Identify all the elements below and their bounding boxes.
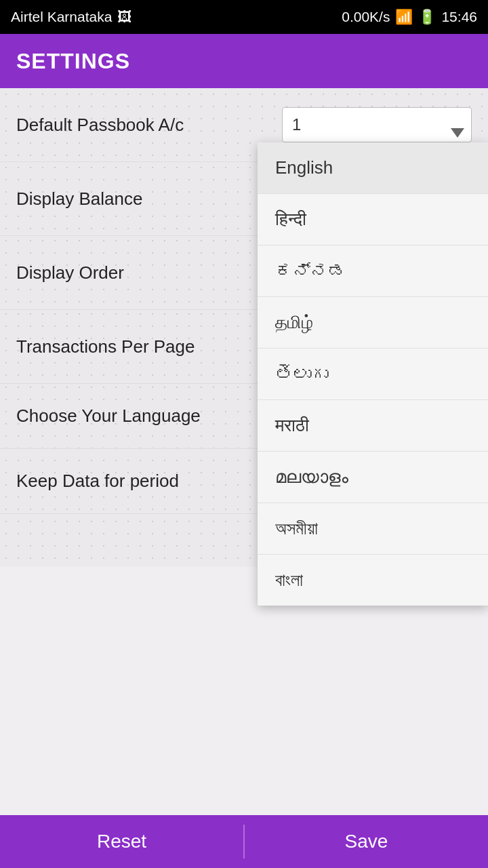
system-icons: 0.00K/s 📶 🔋 15:46 [342, 9, 477, 25]
setting-dropdown-default-passbook[interactable]: 1 [282, 107, 472, 142]
setting-label-default-passbook: Default Passbook A/c [16, 115, 282, 136]
language-option-bengali[interactable]: বাংলা [258, 555, 488, 606]
language-option-marathi[interactable]: मराठी [258, 400, 488, 452]
settings-content: Default Passbook A/c 1 Display Balance D… [0, 88, 488, 567]
speed-text: 0.00K/s [342, 9, 390, 25]
status-bar: Airtel Karnataka 🖼 0.00K/s 📶 🔋 15:46 [0, 0, 488, 34]
time-text: 15:46 [441, 9, 477, 25]
language-dropdown[interactable]: English हिन्दी ಕನ್ನಡ தமிழ் తెలుగు मराठी … [258, 142, 488, 606]
language-option-english[interactable]: English [258, 142, 488, 194]
page-title: SETTINGS [16, 49, 130, 74]
screenshot-icon: 🖼 [117, 9, 131, 25]
bottom-bar: Reset Save [0, 815, 488, 868]
save-button[interactable]: Save [245, 815, 488, 868]
language-option-kannada[interactable]: ಕನ್ನಡ [258, 245, 488, 297]
dropdown-arrow-passbook [451, 128, 464, 138]
setting-label-keep-data: Keep Data for period [16, 471, 282, 492]
battery-icon: 🔋 [418, 9, 436, 25]
language-option-telugu[interactable]: తెలుగు [258, 349, 488, 400]
setting-value-default-passbook: 1 [292, 115, 301, 134]
carrier-info: Airtel Karnataka 🖼 [11, 9, 131, 25]
carrier-text: Airtel Karnataka [11, 9, 112, 25]
language-option-malayalam[interactable]: മലയാളം [258, 452, 488, 503]
language-option-assamese[interactable]: অসমীয়া [258, 503, 488, 555]
signal-icon: 📶 [395, 9, 413, 25]
reset-button[interactable]: Reset [0, 815, 243, 868]
language-option-tamil[interactable]: தமிழ் [258, 297, 488, 349]
setting-label-display-balance: Display Balance [16, 189, 282, 210]
app-bar: SETTINGS [0, 34, 488, 88]
setting-label-choose-language: Choose Your Language [16, 406, 282, 427]
setting-label-display-order: Display Order [16, 262, 282, 283]
setting-label-transactions-per-page: Transactions Per Page [16, 336, 282, 357]
language-option-hindi[interactable]: हिन्दी [258, 194, 488, 245]
